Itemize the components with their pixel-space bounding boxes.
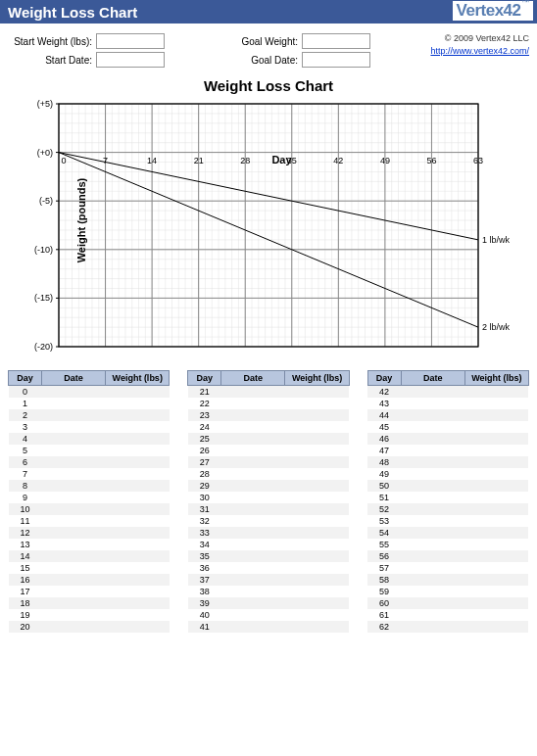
cell-date[interactable] (401, 386, 464, 399)
cell-date[interactable] (401, 433, 464, 445)
cell-date[interactable] (401, 503, 464, 515)
cell-date[interactable] (41, 445, 105, 456)
cell-weight[interactable] (464, 562, 528, 574)
cell-weight[interactable] (106, 492, 170, 503)
cell-date[interactable] (401, 621, 464, 633)
cell-date[interactable] (221, 409, 285, 421)
cell-weight[interactable] (106, 445, 170, 456)
cell-weight[interactable] (106, 386, 170, 399)
cell-date[interactable] (401, 562, 464, 574)
cell-date[interactable] (221, 515, 285, 527)
cell-date[interactable] (41, 492, 105, 503)
cell-date[interactable] (221, 386, 285, 399)
cell-weight[interactable] (106, 409, 170, 421)
cell-weight[interactable] (106, 433, 170, 445)
cell-date[interactable] (41, 527, 105, 539)
cell-date[interactable] (401, 456, 464, 468)
cell-weight[interactable] (285, 621, 349, 633)
cell-weight[interactable] (285, 409, 349, 421)
vertex42-link[interactable]: http://www.vertex42.com/ (400, 46, 529, 56)
cell-weight[interactable] (464, 421, 528, 433)
cell-weight[interactable] (106, 597, 170, 609)
cell-weight[interactable] (285, 586, 349, 597)
cell-date[interactable] (401, 445, 464, 456)
cell-date[interactable] (401, 574, 464, 586)
cell-weight[interactable] (106, 468, 170, 480)
cell-weight[interactable] (285, 574, 349, 586)
cell-weight[interactable] (106, 586, 170, 597)
cell-weight[interactable] (106, 421, 170, 433)
cell-weight[interactable] (285, 386, 349, 399)
cell-weight[interactable] (106, 574, 170, 586)
start-weight-input[interactable] (96, 33, 165, 49)
cell-date[interactable] (401, 609, 464, 621)
cell-weight[interactable] (464, 386, 528, 399)
cell-weight[interactable] (285, 503, 349, 515)
cell-date[interactable] (401, 597, 464, 609)
cell-date[interactable] (41, 586, 105, 597)
cell-date[interactable] (41, 398, 105, 409)
cell-weight[interactable] (464, 550, 528, 562)
cell-date[interactable] (221, 574, 285, 586)
cell-date[interactable] (41, 550, 105, 562)
cell-weight[interactable] (464, 409, 528, 421)
cell-weight[interactable] (464, 609, 528, 621)
cell-date[interactable] (221, 550, 285, 562)
cell-weight[interactable] (464, 398, 528, 409)
cell-weight[interactable] (285, 421, 349, 433)
cell-weight[interactable] (106, 550, 170, 562)
cell-date[interactable] (221, 456, 285, 468)
cell-weight[interactable] (106, 515, 170, 527)
cell-date[interactable] (221, 492, 285, 503)
cell-date[interactable] (41, 456, 105, 468)
goal-date-input[interactable] (302, 52, 370, 68)
cell-date[interactable] (221, 468, 285, 480)
cell-date[interactable] (401, 468, 464, 480)
cell-date[interactable] (221, 586, 285, 597)
cell-date[interactable] (41, 562, 105, 574)
cell-date[interactable] (401, 398, 464, 409)
cell-date[interactable] (41, 480, 105, 492)
cell-date[interactable] (41, 609, 105, 621)
cell-date[interactable] (401, 409, 464, 421)
cell-date[interactable] (41, 539, 105, 550)
cell-date[interactable] (401, 539, 464, 550)
cell-date[interactable] (401, 586, 464, 597)
cell-date[interactable] (221, 609, 285, 621)
cell-weight[interactable] (285, 527, 349, 539)
cell-date[interactable] (221, 398, 285, 409)
cell-date[interactable] (41, 503, 105, 515)
cell-date[interactable] (221, 621, 285, 633)
cell-date[interactable] (401, 421, 464, 433)
cell-date[interactable] (41, 409, 105, 421)
cell-date[interactable] (221, 421, 285, 433)
cell-weight[interactable] (106, 609, 170, 621)
cell-weight[interactable] (106, 456, 170, 468)
cell-weight[interactable] (464, 492, 528, 503)
cell-weight[interactable] (464, 445, 528, 456)
cell-weight[interactable] (285, 550, 349, 562)
cell-weight[interactable] (285, 433, 349, 445)
cell-date[interactable] (41, 621, 105, 633)
cell-weight[interactable] (285, 456, 349, 468)
cell-weight[interactable] (106, 503, 170, 515)
cell-weight[interactable] (106, 621, 170, 633)
cell-date[interactable] (221, 433, 285, 445)
cell-date[interactable] (221, 480, 285, 492)
cell-weight[interactable] (464, 503, 528, 515)
goal-weight-input[interactable] (302, 33, 370, 49)
cell-date[interactable] (401, 527, 464, 539)
cell-weight[interactable] (464, 527, 528, 539)
cell-date[interactable] (401, 550, 464, 562)
cell-date[interactable] (401, 480, 464, 492)
cell-date[interactable] (41, 386, 105, 399)
cell-weight[interactable] (464, 456, 528, 468)
cell-weight[interactable] (285, 445, 349, 456)
cell-weight[interactable] (106, 480, 170, 492)
cell-date[interactable] (221, 539, 285, 550)
start-date-input[interactable] (96, 52, 165, 68)
cell-weight[interactable] (285, 480, 349, 492)
cell-weight[interactable] (285, 609, 349, 621)
cell-weight[interactable] (106, 562, 170, 574)
cell-date[interactable] (401, 492, 464, 503)
